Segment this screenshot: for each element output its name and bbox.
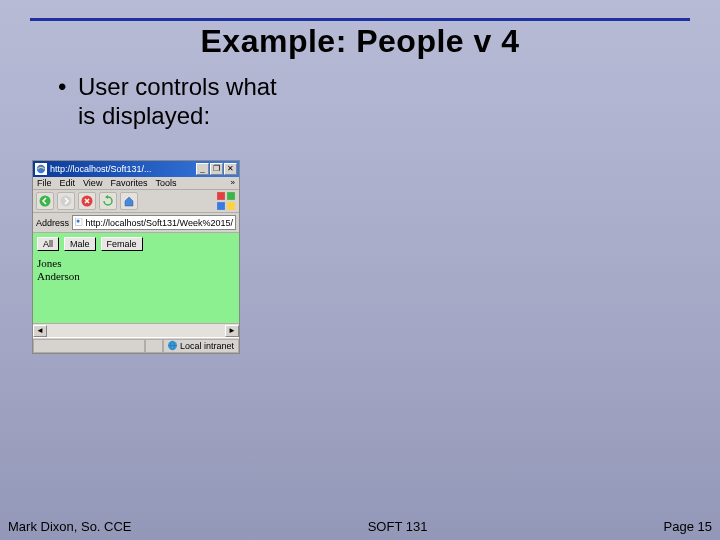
browser-window: http://localhost/Soft131/... _ ❐ ✕ File …: [32, 160, 240, 354]
slide-footer: Mark Dixon, So. CCE SOFT 131 Page 15: [8, 519, 712, 534]
page-content: All Male Female Jones Anderson: [33, 233, 239, 323]
list-item: Anderson: [37, 270, 235, 283]
menu-tools[interactable]: Tools: [155, 178, 176, 188]
menu-overflow-icon[interactable]: »: [231, 178, 235, 188]
scroll-left-button[interactable]: ◄: [33, 325, 47, 337]
list-item: Jones: [37, 257, 235, 270]
horizontal-scrollbar[interactable]: ◄ ►: [33, 323, 239, 337]
footer-page: Page 15: [664, 519, 712, 534]
minimize-button[interactable]: _: [196, 163, 209, 175]
svg-rect-5: [227, 192, 235, 200]
windows-logo-icon: [216, 192, 236, 210]
window-titlebar: http://localhost/Soft131/... _ ❐ ✕: [33, 161, 239, 177]
svg-rect-4: [217, 192, 225, 200]
filter-all-button[interactable]: All: [37, 237, 59, 251]
window-title-text: http://localhost/Soft131/...: [50, 164, 196, 174]
footer-course: SOFT 131: [368, 519, 428, 534]
back-button[interactable]: [36, 192, 54, 210]
page-icon: [75, 217, 84, 228]
close-button[interactable]: ✕: [224, 163, 237, 175]
address-text: http://localhost/Soft131/Week%2015/: [86, 218, 233, 228]
refresh-button[interactable]: [99, 192, 117, 210]
address-label: Address: [36, 218, 69, 228]
slide-title: Example: People v 4: [30, 23, 690, 60]
bullet-text-1: User controls what: [78, 73, 277, 100]
stop-button[interactable]: [78, 192, 96, 210]
filter-female-button[interactable]: Female: [101, 237, 143, 251]
menu-view[interactable]: View: [83, 178, 102, 188]
bullet-item: •User controls what: [58, 72, 720, 102]
menu-favorites[interactable]: Favorites: [110, 178, 147, 188]
status-cell: [33, 339, 145, 353]
footer-author: Mark Dixon, So. CCE: [8, 519, 132, 534]
svg-point-2: [61, 196, 72, 207]
svg-rect-6: [217, 202, 225, 210]
menu-bar: File Edit View Favorites Tools »: [33, 177, 239, 190]
status-cell: [145, 339, 163, 353]
results-list: Jones Anderson: [37, 257, 235, 283]
filter-male-button[interactable]: Male: [64, 237, 96, 251]
forward-button[interactable]: [57, 192, 75, 210]
zone-indicator: Local intranet: [163, 339, 239, 353]
scroll-right-button[interactable]: ►: [225, 325, 239, 337]
menu-file[interactable]: File: [37, 178, 52, 188]
bullet-text-2: is displayed:: [78, 102, 720, 130]
address-bar: Address http://localhost/Soft131/Week%20…: [33, 213, 239, 233]
home-button[interactable]: [120, 192, 138, 210]
status-bar: Local intranet: [33, 337, 239, 353]
ie-icon: [35, 163, 47, 175]
menu-edit[interactable]: Edit: [60, 178, 76, 188]
toolbar: [33, 190, 239, 213]
address-input[interactable]: http://localhost/Soft131/Week%2015/: [72, 215, 236, 230]
svg-point-1: [40, 196, 51, 207]
globe-icon: [167, 340, 178, 351]
maximize-button[interactable]: ❐: [210, 163, 223, 175]
svg-point-9: [77, 220, 80, 223]
svg-rect-7: [227, 202, 235, 210]
zone-text: Local intranet: [180, 341, 234, 351]
